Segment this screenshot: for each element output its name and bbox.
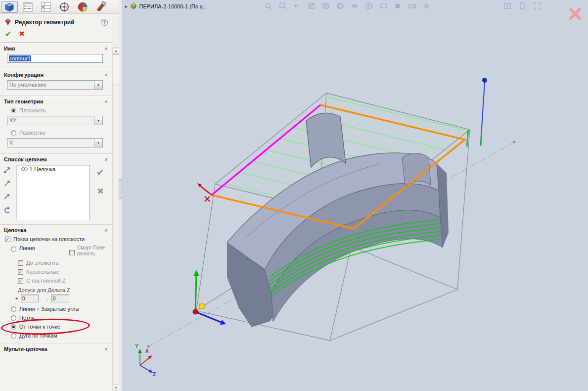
delta-z-plus-input[interactable] — [21, 294, 39, 302]
to-element-row: До элемента — [0, 258, 112, 267]
loop-radio[interactable] — [11, 315, 16, 321]
loop-row: Петля — [0, 313, 112, 322]
camera-icon[interactable] — [407, 1, 417, 11]
list-item[interactable]: ┄ 1-Цепочка — [17, 166, 89, 172]
delta-z-inputs: + - — [0, 294, 112, 304]
geometry-editor-panel: Редактор геометрий ? ✔ ✖ Имя ∧ contour1 — [0, 14, 112, 391]
dropdown-arrow-icon[interactable]: ▼ — [94, 139, 102, 147]
fullscreen-icon[interactable] — [532, 1, 543, 11]
to-element-checkbox[interactable] — [18, 260, 23, 266]
splitter-handle[interactable] — [119, 179, 122, 199]
unfold-select[interactable]: X ▼ — [7, 138, 103, 147]
display-style-icon[interactable] — [335, 1, 346, 11]
line-corners-row: Линия + Закрытые углы — [0, 304, 112, 313]
undo-icon[interactable] — [2, 206, 12, 215]
section-name-header[interactable]: Имя ∧ — [0, 43, 112, 53]
constant-z-label: С постоянной Z — [26, 278, 66, 284]
chain-item-label: 1-Цепочка — [29, 166, 55, 172]
panel-title: Редактор геометрий — [15, 19, 98, 26]
point-to-point-radio[interactable] — [11, 324, 16, 330]
zoom-area-icon[interactable] — [277, 1, 288, 11]
previous-view-icon[interactable] — [292, 1, 303, 11]
section-geometry-type-header[interactable]: Тип геометрии ∧ — [0, 96, 112, 106]
delete-chain-button[interactable]: ✖ — [97, 186, 104, 196]
section-chain-header[interactable]: Цепочка ∧ — [0, 225, 112, 235]
sheet-icon[interactable] — [517, 1, 528, 11]
section-chain-list-header[interactable]: Список цепочек ∧ — [0, 154, 112, 164]
section-name: Имя ∧ contour1 — [0, 43, 112, 69]
stock-icon[interactable] — [74, 1, 91, 13]
unfold-radio[interactable] — [11, 130, 16, 136]
plane-radio-row: Плоскость — [0, 106, 112, 115]
show-chain-checkbox[interactable] — [5, 237, 10, 242]
accept-chain-button[interactable]: ✔ — [96, 167, 104, 178]
section-chain-list-label: Список цепочек — [4, 156, 104, 162]
hide-items-icon[interactable] — [349, 1, 360, 11]
chain-link-icon — [21, 166, 28, 172]
line-corners-radio[interactable] — [11, 306, 16, 312]
help-icon[interactable]: ? — [101, 19, 108, 26]
main-toolbar — [0, 0, 122, 14]
tool-table-icon[interactable] — [38, 1, 54, 13]
chevron-up-icon[interactable]: ∧ — [104, 346, 108, 351]
panel-scrollbar[interactable]: ▲ ▼ — [112, 48, 119, 391]
chain-direction-icon[interactable] — [2, 179, 12, 188]
chain-list-area: ┄ 1-Цепочка ✔ ✖ — [0, 164, 112, 221]
solidcam-part-icon[interactable] — [1, 1, 18, 13]
scene-icon[interactable] — [378, 1, 389, 11]
reverse-chain-icon[interactable] — [2, 166, 12, 175]
line-radio[interactable] — [11, 246, 16, 252]
chevron-up-icon[interactable]: ∧ — [104, 228, 108, 233]
tree-expand-icon[interactable]: ▸ — [125, 4, 128, 9]
chevron-up-icon[interactable]: ∧ — [104, 99, 108, 104]
feature-tree-header[interactable]: ▸ ПЕРИЛА-2-10000-1 (По у... — [125, 2, 207, 10]
pane-icon[interactable] — [502, 1, 513, 11]
coordsys-icon[interactable] — [56, 1, 73, 13]
operations-manager-icon[interactable] — [19, 1, 36, 13]
tangent-label: Касательные — [26, 269, 59, 275]
section-view-icon[interactable] — [306, 1, 317, 11]
cancel-button[interactable]: ✖ — [19, 30, 25, 39]
smart-surface-checkbox[interactable] — [69, 250, 75, 255]
section-chain-list: Список цепочек ∧ ┄ — [0, 153, 112, 224]
view-orientation-icon[interactable] — [320, 1, 331, 11]
chevron-up-icon[interactable]: ∧ — [104, 157, 108, 162]
view-origin-triad: Y X Z — [135, 343, 156, 377]
ok-button[interactable]: ✔ — [5, 30, 11, 39]
plane-radio[interactable] — [11, 108, 16, 113]
show-chain-row: Показ цепочки на плоскости — [0, 235, 112, 244]
plane-radio-label: Плоскость — [19, 107, 45, 113]
machine-tool-icon[interactable] — [92, 1, 109, 13]
section-chain: Цепочка ∧ Показ цепочки на плоскости Лин… — [0, 224, 112, 343]
options-icon[interactable] — [421, 1, 432, 11]
section-geometry-type-label: Тип геометрии — [4, 98, 104, 104]
tree-line-icon: ┄ — [17, 167, 20, 172]
close-icon[interactable] — [568, 7, 582, 21]
appearance-icon[interactable] — [363, 1, 374, 11]
unfold-select-value: X — [7, 139, 94, 147]
extend-chain-icon[interactable] — [2, 193, 12, 201]
dropdown-arrow-icon[interactable]: ▼ — [94, 81, 102, 89]
dropdown-arrow-icon[interactable]: ▼ — [94, 116, 102, 125]
configuration-select[interactable]: По умолчанию ▼ — [7, 80, 103, 90]
plane-select[interactable]: XY ▼ — [7, 116, 103, 125]
name-input[interactable]: contour1 — [7, 54, 103, 63]
chevron-up-icon[interactable]: ∧ — [104, 46, 108, 51]
coordsys-marker — [199, 304, 204, 309]
axis-label-x: X — [145, 348, 149, 354]
section-configuration-header[interactable]: Конфигурация ∧ — [0, 69, 112, 79]
chevron-up-icon[interactable]: ∧ — [104, 72, 108, 77]
section-configuration-label: Конфигурация — [4, 72, 104, 78]
viewport-settings-icon[interactable] — [392, 1, 403, 11]
graphics-area[interactable]: Y X Z ▸ ПЕРИЛА-2-10000-1 (По у... — [122, 0, 588, 391]
chain-start-marker — [197, 183, 212, 201]
line-corners-label: Линия + Закрытые углы — [19, 306, 79, 312]
chain-listbox[interactable]: ┄ 1-Цепочка — [16, 165, 90, 220]
delta-z-minus-input[interactable] — [51, 294, 69, 302]
section-multi-chain-header[interactable]: Мульти-цепочка ∧ — [0, 343, 112, 353]
constant-z-checkbox[interactable] — [18, 278, 23, 284]
tangent-checkbox[interactable] — [18, 269, 23, 275]
line-radio-label: Линия — [19, 245, 66, 251]
arc-points-radio[interactable] — [11, 333, 16, 339]
zoom-fit-icon[interactable] — [263, 1, 274, 11]
